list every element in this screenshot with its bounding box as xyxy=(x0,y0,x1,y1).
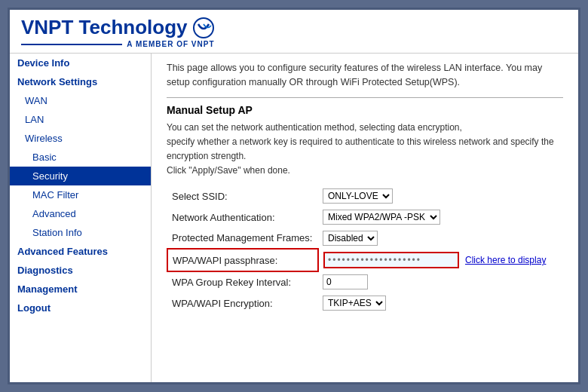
ssid-row: Select SSID: ONLY-LOVE xyxy=(167,185,562,207)
group-rekey-row: WPA Group Rekey Interval: xyxy=(167,271,562,292)
pmf-cell: Disabled xyxy=(318,228,562,249)
encryption-select[interactable]: TKIP+AES xyxy=(323,296,386,311)
passphrase-cell: Click here to display xyxy=(318,249,562,271)
header: VNPT Technology A MEMBER OF VNPT xyxy=(10,10,578,54)
sidebar-item-network-settings[interactable]: Network Settings xyxy=(10,72,151,91)
sidebar: Device Info Network Settings WAN LAN Wir… xyxy=(10,54,152,382)
sidebar-item-management[interactable]: Management xyxy=(10,280,151,299)
pmf-label: Protected Management Frames: xyxy=(167,228,318,249)
sidebar-item-basic[interactable]: Basic xyxy=(10,148,151,167)
network-auth-select[interactable]: Mixed WPA2/WPA -PSK xyxy=(323,210,440,225)
passphrase-input-wrap: Click here to display xyxy=(323,252,558,268)
network-auth-row: Network Authentication: Mixed WPA2/WPA -… xyxy=(167,207,562,228)
sidebar-item-wan[interactable]: WAN xyxy=(10,91,151,110)
ssid-select[interactable]: ONLY-LOVE xyxy=(323,188,393,204)
passphrase-label: WPA/WAPI passphrase: xyxy=(167,249,318,271)
ssid-cell: ONLY-LOVE xyxy=(318,185,562,207)
sidebar-item-device-info[interactable]: Device Info xyxy=(10,54,151,72)
passphrase-input[interactable] xyxy=(323,252,459,268)
pmf-select[interactable]: Disabled xyxy=(323,231,378,246)
config-form: Select SSID: ONLY-LOVE Network Authentic… xyxy=(167,185,563,314)
sidebar-item-mac-filter[interactable]: MAC Filter xyxy=(10,185,151,204)
sidebar-item-security[interactable]: Security xyxy=(10,167,151,185)
ssid-label: Select SSID: xyxy=(167,185,318,207)
network-auth-cell: Mixed WPA2/WPA -PSK xyxy=(318,207,562,228)
brand-text: VNPT Technology xyxy=(21,16,188,39)
section-title: Manual Setup AP xyxy=(167,104,563,116)
subtitle-text: A MEMBER OF VNPT xyxy=(127,40,214,48)
network-auth-label: Network Authentication: xyxy=(167,207,318,228)
group-rekey-input[interactable] xyxy=(323,274,368,289)
sidebar-item-diagnostics[interactable]: Diagnostics xyxy=(10,261,151,280)
logo-area: VNPT Technology A MEMBER OF VNPT xyxy=(21,16,215,48)
vnpt-logo-icon xyxy=(192,17,215,39)
divider xyxy=(167,97,563,98)
sidebar-item-station-info[interactable]: Station Info xyxy=(10,223,151,242)
sidebar-item-logout[interactable]: Logout xyxy=(10,299,151,317)
main-layout: Device Info Network Settings WAN LAN Wir… xyxy=(10,54,578,382)
section-desc-line1: You can set the network authentication m… xyxy=(167,122,554,176)
passphrase-row: WPA/WAPI passphrase: Click here to displ… xyxy=(167,249,562,271)
content-area: This page allows you to configure securi… xyxy=(152,54,578,382)
pmf-row: Protected Management Frames: Disabled xyxy=(167,228,562,249)
sidebar-item-advanced[interactable]: Advanced xyxy=(10,204,151,223)
page-description: This page allows you to configure securi… xyxy=(167,61,563,90)
sidebar-item-lan[interactable]: LAN xyxy=(10,110,151,129)
sidebar-item-advanced-features[interactable]: Advanced Features xyxy=(10,242,151,261)
group-rekey-cell xyxy=(318,271,562,292)
section-description: You can set the network authentication m… xyxy=(167,121,563,179)
encryption-label: WPA/WAPI Encryption: xyxy=(167,292,318,314)
encryption-cell: TKIP+AES xyxy=(318,292,562,314)
encryption-row: WPA/WAPI Encryption: TKIP+AES xyxy=(167,292,562,314)
app-window: VNPT Technology A MEMBER OF VNPT Device … xyxy=(8,8,580,384)
group-rekey-label: WPA Group Rekey Interval: xyxy=(167,271,318,292)
logo-subtitle: A MEMBER OF VNPT xyxy=(21,40,215,48)
logo-line-left xyxy=(21,44,122,45)
sidebar-item-wireless[interactable]: Wireless xyxy=(10,129,151,148)
click-display-link[interactable]: Click here to display xyxy=(465,255,546,265)
brand-title: VNPT Technology xyxy=(21,16,215,39)
